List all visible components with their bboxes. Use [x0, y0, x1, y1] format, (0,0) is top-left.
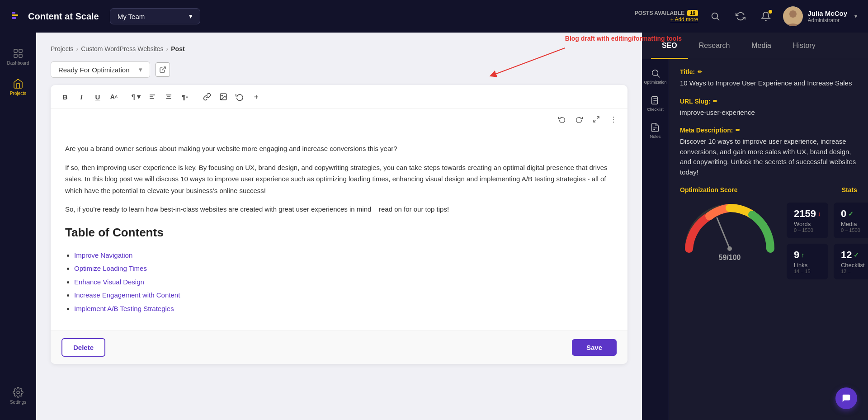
underline-button[interactable]: U	[90, 90, 105, 104]
score-stats-section: Optimization Score Stats	[680, 186, 857, 193]
avatar-image	[783, 6, 803, 26]
checklist-arrow-check: ✓	[854, 251, 859, 259]
sidebar-item-settings[interactable]: Settings	[2, 382, 34, 409]
svg-line-21	[597, 117, 599, 119]
link-button[interactable]	[200, 90, 214, 104]
external-link-button[interactable]	[156, 62, 170, 77]
toc-item-5[interactable]: Implement A/B Testing Strategies	[74, 305, 174, 312]
sidebar-item-projects-label: Projects	[10, 91, 26, 96]
logo: Content at Scale	[11, 10, 99, 23]
optimization-score-label: Optimization Score	[680, 186, 738, 193]
svg-rect-0	[12, 12, 15, 14]
status-dropdown[interactable]: Ready For Optimization ▾	[51, 61, 150, 78]
align-center-button[interactable]	[161, 90, 176, 104]
editor-secondary-bar: ⋮	[51, 109, 627, 130]
optimization-label: Optimization	[644, 80, 666, 85]
toolbar-separator-2	[196, 91, 196, 102]
more-button[interactable]: ＋	[249, 90, 263, 104]
tab-history[interactable]: History	[782, 33, 826, 59]
notifications-icon[interactable]	[758, 8, 774, 24]
tab-seo[interactable]: SEO	[651, 33, 688, 59]
right-panel: SEO Research Media History Optimization	[642, 33, 868, 420]
right-tabs: SEO Research Media History	[642, 33, 868, 59]
seo-content-wrapper: Optimization Checklist	[642, 59, 868, 420]
title-edit-icon[interactable]: ✏	[698, 69, 702, 75]
checklist-icon-item[interactable]: Checklist	[647, 95, 664, 112]
breadcrumb-projects[interactable]: Projects	[51, 45, 74, 52]
toc-item-4[interactable]: Increase Engagement with Content	[74, 291, 180, 299]
toc-item-1[interactable]: Improve Navigation	[74, 251, 132, 259]
breadcrumb-wordpress[interactable]: Custom WordPress Websites	[81, 45, 163, 52]
stat-checklist: 12 ✓ Checklist 12 –	[834, 244, 868, 279]
seo-slug-value: improve-user-experience	[680, 108, 857, 118]
posts-label: POSTS AVAILABLE 19	[635, 10, 698, 16]
intro-paragraph-1: Are you a brand owner serious about maki…	[65, 143, 613, 155]
editor-card: B I U AA ¶ ▾ ¶≡	[51, 85, 627, 364]
breadcrumb-post: Post	[171, 45, 184, 52]
slug-edit-icon[interactable]: ✏	[713, 98, 717, 104]
undo-action-button[interactable]	[555, 113, 569, 126]
editor-content[interactable]: Are you a brand owner serious about maki…	[51, 130, 627, 330]
app-name: Content at Scale	[28, 11, 99, 22]
posts-badge: 19	[687, 10, 698, 16]
image-button[interactable]	[216, 90, 231, 104]
align-left-button[interactable]	[145, 90, 160, 104]
svg-line-4	[717, 18, 720, 20]
toc-item-3[interactable]: Enhance Visual Design	[74, 278, 144, 286]
paragraph-button[interactable]: ¶ ▾	[129, 90, 143, 104]
save-button[interactable]: Save	[572, 339, 617, 356]
svg-line-22	[594, 120, 596, 122]
refresh-icon[interactable]	[732, 8, 749, 24]
notes-icon-item[interactable]: Notes	[650, 123, 661, 139]
seo-title-label: Title: ✏	[680, 68, 857, 76]
words-arrow-down: ↓	[818, 210, 821, 217]
list-button[interactable]: ¶≡	[178, 90, 192, 104]
svg-rect-10	[19, 54, 22, 57]
seo-meta-label: Meta Description: ✏	[680, 127, 857, 134]
team-selector[interactable]: My Team ▾	[110, 8, 200, 24]
svg-rect-8	[19, 49, 22, 52]
sidebar: Dashboard Projects Settings	[0, 33, 36, 420]
chat-bubble[interactable]	[835, 387, 857, 409]
main-layout: Projects › Custom WordPress Websites › P…	[36, 33, 868, 420]
redo-button[interactable]	[232, 90, 247, 104]
bold-button[interactable]: B	[58, 90, 72, 104]
meta-edit-icon[interactable]: ✏	[736, 127, 740, 133]
sidebar-item-dashboard[interactable]: Dashboard	[2, 43, 34, 70]
tab-research[interactable]: Research	[688, 33, 741, 59]
checklist-label: Checklist	[647, 107, 664, 112]
italic-button[interactable]: I	[74, 90, 89, 104]
tab-media[interactable]: Media	[741, 33, 782, 59]
font-size-button[interactable]: AA	[107, 90, 121, 104]
side-icons: Optimization Checklist	[642, 59, 669, 420]
more-options-button[interactable]: ⋮	[607, 113, 620, 126]
gauge-chart	[680, 199, 779, 258]
editor-toolbar: B I U AA ¶ ▾ ¶≡	[51, 85, 627, 109]
stat-links: 9 ↑ Links 14 – 15	[787, 244, 828, 279]
redo-action-button[interactable]	[572, 113, 586, 126]
sidebar-item-projects[interactable]: Projects	[2, 74, 34, 100]
nav-right: POSTS AVAILABLE 19 + Add more	[635, 6, 857, 26]
fullscreen-button[interactable]	[590, 113, 603, 126]
seo-content: Title: ✏ 10 Ways to Improve User Experie…	[669, 59, 868, 420]
svg-rect-2	[12, 17, 16, 19]
delete-button[interactable]: Delete	[61, 338, 105, 357]
posts-available: POSTS AVAILABLE 19 + Add more	[635, 10, 698, 23]
status-bar: Ready For Optimization ▾	[51, 61, 627, 78]
stats-label: Stats	[842, 186, 857, 193]
seo-title-value: 10 Ways to Improve User Experience and I…	[680, 78, 857, 89]
svg-line-12	[162, 67, 165, 70]
svg-line-24	[657, 75, 660, 77]
user-menu[interactable]: Julia McCoy Administrator ▾	[783, 6, 857, 26]
sidebar-item-dashboard-label: Dashboard	[7, 61, 29, 66]
stat-words: 2159 ↓ Words 0 – 1500	[787, 203, 828, 238]
search-icon[interactable]	[707, 8, 723, 24]
add-more-link[interactable]: + Add more	[670, 16, 698, 23]
user-role: Administrator	[807, 17, 847, 24]
seo-title-section: Title: ✏ 10 Ways to Improve User Experie…	[680, 68, 857, 89]
breadcrumb: Projects › Custom WordPress Websites › P…	[51, 45, 627, 52]
stats-grid: 2159 ↓ Words 0 – 1500 0 ✓ Media	[787, 203, 868, 279]
optimization-icon-item[interactable]: Optimization	[644, 68, 666, 85]
avatar	[783, 6, 803, 26]
toc-item-2[interactable]: Optimize Loading Times	[74, 264, 147, 272]
